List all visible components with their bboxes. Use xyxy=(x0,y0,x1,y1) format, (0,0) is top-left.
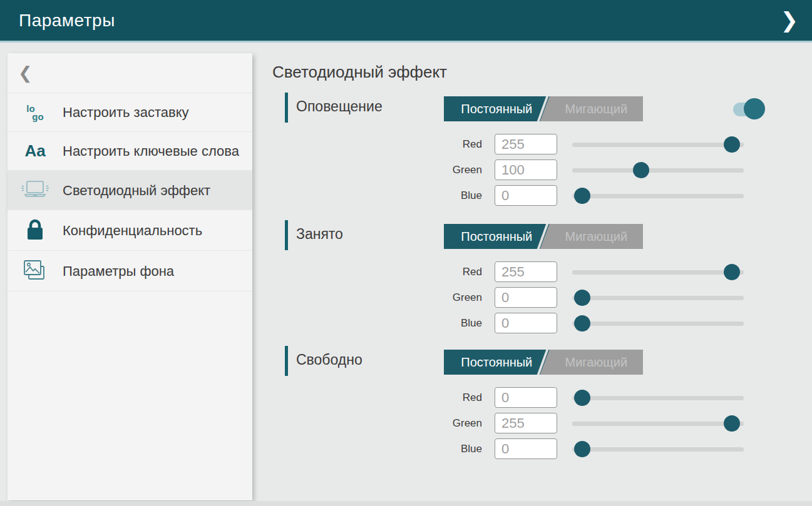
red-value-input[interactable] xyxy=(495,387,557,408)
blue-row: Blue xyxy=(438,183,744,208)
mode-option-blinking[interactable]: Мигающий xyxy=(550,224,643,249)
slider-track xyxy=(572,168,744,173)
red-value-input[interactable] xyxy=(495,261,557,282)
green-label: Green xyxy=(438,291,495,304)
sidebar-item-label: Светодиодный эффект xyxy=(63,182,244,199)
red-label: Red xyxy=(438,392,495,404)
green-label: Green xyxy=(438,417,495,430)
section-accent-bar xyxy=(285,220,288,250)
blue-slider[interactable] xyxy=(572,436,744,462)
blue-value-input[interactable] xyxy=(495,313,557,333)
keywords-icon: Aa xyxy=(8,141,63,161)
sidebar-back-button[interactable]: ❮ xyxy=(8,53,252,93)
red-row: Red xyxy=(438,131,744,157)
section-label: Оповещение xyxy=(296,98,383,115)
rgb-controls: Red Green Blue xyxy=(438,385,744,462)
blue-slider[interactable] xyxy=(572,183,744,208)
slider-thumb[interactable] xyxy=(574,290,590,306)
rgb-controls: Red Green Blue xyxy=(438,131,744,208)
mode-option-constant[interactable]: Постоянный xyxy=(444,350,550,375)
green-value-input[interactable] xyxy=(495,159,557,180)
green-slider[interactable] xyxy=(572,285,744,310)
slider-track xyxy=(572,270,744,275)
slider-thumb[interactable] xyxy=(574,315,590,331)
blue-label: Blue xyxy=(438,317,495,330)
toggle-thumb[interactable] xyxy=(744,98,765,119)
slider-thumb[interactable] xyxy=(724,264,740,280)
slider-track xyxy=(572,447,744,452)
blue-label: Blue xyxy=(438,190,495,202)
red-label: Red xyxy=(438,266,495,278)
section-accent-bar xyxy=(285,93,288,123)
slider-track xyxy=(572,396,744,400)
red-slider[interactable] xyxy=(572,131,744,157)
bottom-strip xyxy=(0,501,812,506)
slider-thumb[interactable] xyxy=(724,415,740,432)
red-slider[interactable] xyxy=(572,385,744,410)
mode-option-constant[interactable]: Постоянный xyxy=(444,96,550,121)
sidebar-item-label: Настроить заставку xyxy=(63,104,244,121)
green-row: Green xyxy=(438,285,744,310)
blue-row: Blue xyxy=(438,436,744,462)
slider-thumb[interactable] xyxy=(724,136,740,153)
section-accent-bar xyxy=(285,346,288,376)
rgb-controls: Red Green Blue xyxy=(438,259,744,336)
led-screen-icon xyxy=(8,180,63,201)
slider-track xyxy=(572,194,744,198)
slider-thumb[interactable] xyxy=(574,441,590,457)
green-slider[interactable] xyxy=(572,157,744,183)
slider-thumb[interactable] xyxy=(574,390,590,406)
logo-icon: logo xyxy=(8,104,63,121)
blue-slider[interactable] xyxy=(572,310,744,336)
sidebar-item-label: Настроить ключевые слова xyxy=(63,143,244,159)
slider-track xyxy=(572,422,744,426)
sidebar-item-led-effect[interactable]: Светодиодный эффект xyxy=(8,171,252,210)
blue-row: Blue xyxy=(438,310,744,336)
background-images-icon xyxy=(8,260,63,282)
red-value-input[interactable] xyxy=(495,134,557,154)
blue-label: Blue xyxy=(438,443,495,455)
slider-track xyxy=(572,143,744,147)
red-slider[interactable] xyxy=(572,259,744,285)
green-row: Green xyxy=(438,410,744,436)
settings-sidebar: ❮ logo Настроить заставку Aa Настроить к… xyxy=(8,53,252,500)
red-label: Red xyxy=(438,138,495,151)
green-value-input[interactable] xyxy=(495,287,557,308)
green-value-input[interactable] xyxy=(495,413,557,433)
green-slider[interactable] xyxy=(572,410,744,436)
slider-track xyxy=(572,296,744,300)
slider-thumb[interactable] xyxy=(633,162,649,178)
app-header: Параметры ❯ xyxy=(0,0,812,43)
mode-option-blinking[interactable]: Мигающий xyxy=(550,350,643,375)
mode-segmented-control: Постоянный Мигающий xyxy=(444,224,643,249)
sidebar-item-privacy[interactable]: Конфиденциальность xyxy=(8,210,252,251)
red-row: Red xyxy=(438,385,744,410)
sidebar-item-label: Параметры фона xyxy=(63,263,244,280)
red-row: Red xyxy=(438,259,744,285)
main-title: Светодиодный эффект xyxy=(272,63,447,82)
section-label: Свободно xyxy=(296,352,362,368)
sidebar-item-background[interactable]: Параметры фона xyxy=(8,251,252,291)
green-row: Green xyxy=(438,157,744,183)
section-label: Занято xyxy=(296,226,343,243)
sidebar-item-keywords[interactable]: Aa Настроить ключевые слова xyxy=(8,132,252,171)
sidebar-item-label: Конфиденциальность xyxy=(63,222,244,239)
mode-segmented-control: Постоянный Мигающий xyxy=(444,96,643,121)
slider-track xyxy=(572,321,744,326)
mode-option-constant[interactable]: Постоянный xyxy=(444,224,550,249)
blue-value-input[interactable] xyxy=(495,438,557,459)
notification-led-toggle[interactable] xyxy=(733,98,766,120)
page-title: Параметры xyxy=(19,11,115,31)
chevron-left-icon: ❮ xyxy=(18,63,33,83)
mode-segmented-control: Постоянный Мигающий xyxy=(444,350,643,375)
lock-icon xyxy=(8,219,63,241)
slider-thumb[interactable] xyxy=(574,188,590,204)
mode-option-blinking[interactable]: Мигающий xyxy=(550,96,643,121)
green-label: Green xyxy=(438,164,495,176)
chevron-right-icon[interactable]: ❯ xyxy=(776,6,804,34)
sidebar-item-screensaver[interactable]: logo Настроить заставку xyxy=(8,93,252,132)
blue-value-input[interactable] xyxy=(495,185,557,206)
